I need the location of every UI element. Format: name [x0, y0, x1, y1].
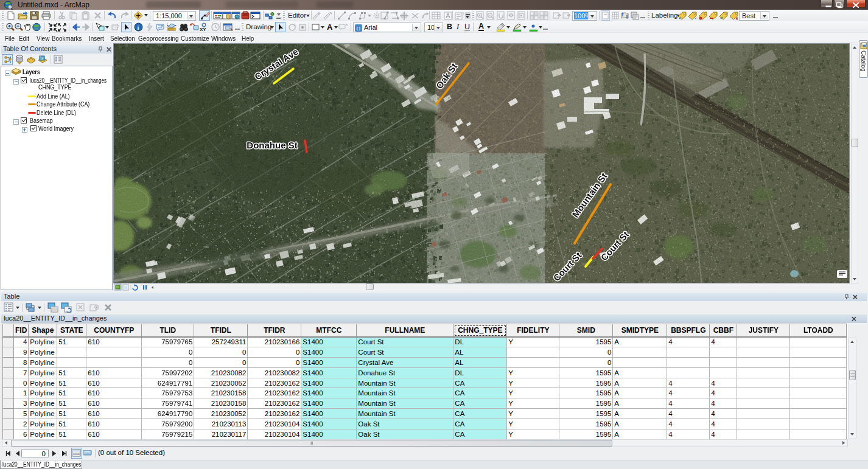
svg-text:i: i — [138, 24, 139, 31]
svg-text:XY: XY — [200, 27, 206, 32]
svg-text:Donahue St: Donahue St — [247, 140, 297, 150]
svg-text:O: O — [357, 26, 361, 32]
